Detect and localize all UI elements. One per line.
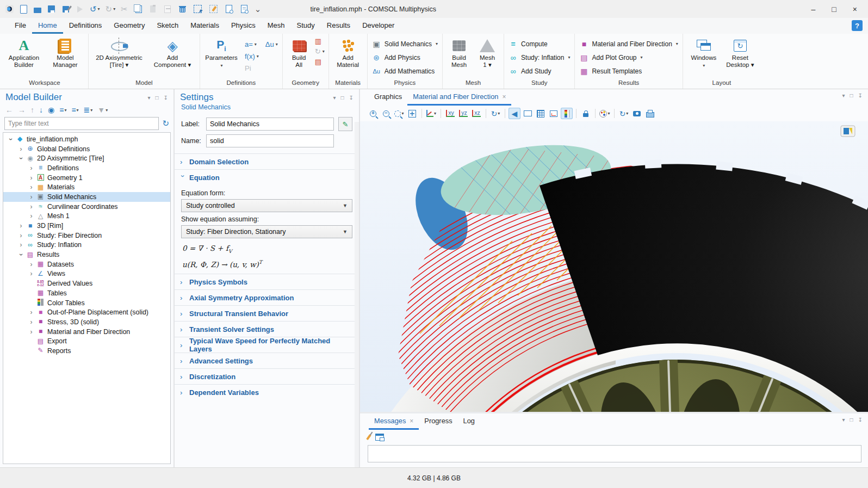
update-geometry-icon[interactable]: ↻▾ — [315, 48, 325, 55]
panel-menu-icon[interactable]: ▾ — [842, 92, 845, 98]
tree-item[interactable]: ✎Reports — [3, 346, 170, 356]
tree-expander-icon[interactable]: › — [27, 328, 35, 336]
nonlocal-couplings-button[interactable]: Δu▾ — [265, 39, 278, 50]
menu-tab-study[interactable]: Study — [291, 18, 321, 34]
go-to-view-icon[interactable]: ▾ — [425, 108, 437, 119]
panel-pin-icon[interactable]: ↧ — [349, 95, 354, 101]
zoom-in-icon[interactable]: + — [367, 108, 379, 119]
add-physics-button[interactable]: ⊛Add Physics — [372, 51, 438, 64]
select-box-icon[interactable] — [193, 4, 203, 14]
find-icon[interactable] — [224, 4, 234, 14]
equation-form-select[interactable]: Study controlled▼ — [181, 199, 352, 212]
tree-expander-icon[interactable]: › — [17, 222, 25, 230]
tree-item[interactable]: ›∞Study: Inflation — [3, 240, 170, 250]
tree-item[interactable]: Color Tables — [3, 298, 170, 308]
add-component-button[interactable]: ◈ AddComponent ▾ — [147, 35, 197, 69]
close-button[interactable]: × — [853, 5, 857, 14]
menu-tab-physics[interactable]: Physics — [225, 18, 262, 34]
tree-item[interactable]: ›∞Study: Fiber Direction — [3, 231, 170, 240]
zoom-box-icon[interactable]: ▾ — [393, 108, 405, 119]
tree-item[interactable]: ›△Mesh 1 — [3, 212, 170, 221]
mesh-1-button[interactable]: Mesh1 ▾ — [473, 35, 501, 69]
physics-interface-button[interactable]: ▣Solid Mechanics▾ — [372, 37, 438, 51]
collapse-all-icon[interactable]: ≡▾ — [71, 106, 78, 114]
close-icon[interactable]: × — [502, 93, 506, 101]
help-button[interactable]: ? — [852, 20, 863, 31]
panel-float-icon[interactable]: □ — [156, 95, 159, 101]
menu-tab-developer[interactable]: Developer — [356, 18, 400, 34]
section-equation[interactable]: › Equation — [175, 169, 359, 185]
panel-menu-icon[interactable]: ▾ — [148, 95, 151, 101]
move-down-icon[interactable]: ↓ — [39, 106, 43, 114]
add-plot-group-button[interactable]: ▤Add Plot Group▾ — [579, 51, 678, 64]
redo-icon[interactable]: ↻▾ — [106, 4, 116, 14]
color-legend-icon[interactable] — [561, 108, 573, 119]
refresh-icon[interactable]: ↻ — [162, 119, 169, 128]
name-field[interactable]: solid — [206, 134, 334, 147]
add-material-button[interactable]: AddMaterial — [331, 35, 365, 69]
tree-expander-icon[interactable]: › — [7, 135, 15, 143]
result-templates-button[interactable]: ▦Result Templates — [579, 64, 678, 78]
scene-light-icon[interactable]: ◀ — [509, 108, 520, 119]
forward-icon[interactable]: → — [18, 106, 26, 114]
tree-expander-icon[interactable]: › — [27, 183, 35, 191]
tab-log[interactable]: Log — [458, 413, 480, 430]
model-tree-node-text-icon[interactable]: ≣▾ — [84, 106, 93, 114]
tree-expander-icon[interactable]: › — [27, 212, 35, 220]
minimize-button[interactable]: – — [811, 5, 816, 14]
tree-item[interactable]: 8.85 e-12Derived Values — [3, 279, 170, 288]
open-messages-window-icon[interactable] — [375, 434, 384, 441]
add-study-button[interactable]: ∞Add Study — [509, 64, 570, 78]
expand-all-icon[interactable]: ≡▾ — [59, 106, 66, 114]
section-domain-selection[interactable]: ›Domain Selection — [175, 153, 359, 169]
view-yz-icon[interactable]: yz — [457, 108, 469, 119]
tree-item[interactable]: ›◉2D Axisymmetric [Tire] — [3, 153, 170, 163]
tree-item[interactable]: ›▦Materials — [3, 182, 170, 192]
save-as-icon[interactable] — [61, 5, 70, 14]
tree-item[interactable]: ›■Stress, 3D (solid) — [3, 317, 170, 327]
tree-expander-icon[interactable]: › — [27, 203, 35, 211]
panel-pin-icon[interactable]: ↧ — [858, 92, 863, 98]
rename-button[interactable]: ✎ — [338, 117, 352, 131]
image-snapshot-icon[interactable] — [631, 108, 643, 119]
reset-desktop-button[interactable]: ↻ ResetDesktop ▾ — [722, 35, 758, 69]
tree-item[interactable]: ›▦Datasets — [3, 260, 170, 269]
tab-material-and-fiber-direction[interactable]: Material and Fiber Direction× — [407, 89, 511, 106]
panel-float-icon[interactable]: □ — [850, 92, 853, 98]
tree-expander-icon[interactable]: › — [17, 145, 25, 153]
build-mesh-button[interactable]: BuildMesh — [445, 35, 473, 69]
panel-float-icon[interactable]: □ — [341, 95, 344, 101]
tree-expander-icon[interactable]: › — [27, 318, 35, 326]
build-all-geometry-button[interactable]: BuildAll — [285, 35, 313, 69]
comsol-logo-icon[interactable] — [5, 5, 14, 13]
duplicate-icon[interactable] — [163, 4, 172, 14]
tree-item[interactable]: ▤Export — [3, 336, 170, 346]
section-discretization[interactable]: ›Discretization — [175, 368, 359, 384]
new-file-icon[interactable] — [19, 5, 28, 14]
menu-tab-results[interactable]: Results — [321, 18, 356, 34]
section-transient-solver-settings[interactable]: ›Transient Solver Settings — [175, 321, 359, 337]
section-axial-symmetry-approximation[interactable]: ›Axial Symmetry Approximation — [175, 289, 359, 305]
show-grid-icon[interactable] — [535, 108, 547, 119]
view-xz-icon[interactable]: xz — [470, 108, 482, 119]
compute-button[interactable]: =Compute — [509, 37, 570, 51]
tree-expander-icon[interactable]: › — [17, 251, 25, 259]
model-manager-button[interactable]: ModelManager — [45, 35, 86, 69]
tab-graphics[interactable]: Graphics — [369, 89, 407, 106]
run-icon[interactable] — [76, 5, 84, 14]
find-settings-icon[interactable] — [239, 4, 249, 14]
label-field[interactable]: Solid Mechanics — [206, 118, 334, 131]
show-icon[interactable]: ◉ — [48, 106, 54, 114]
show-equation-select[interactable]: Study: Fiber Direction, Stationary▼ — [181, 225, 352, 238]
cut-icon[interactable]: ✂ — [121, 4, 128, 14]
zoom-extents-icon[interactable] — [406, 108, 418, 119]
tree-expander-icon[interactable]: › — [27, 193, 35, 201]
clear-messages-icon[interactable] — [366, 434, 371, 440]
section-typical-wave-speed-for-perfectly-matched-layers[interactable]: ›Typical Wave Speed for Perfectly Matche… — [175, 337, 359, 353]
tree-item[interactable]: ›▤Results — [3, 250, 170, 260]
clear-selection-icon[interactable] — [208, 4, 219, 14]
import-geometry-icon[interactable]: ▥ — [315, 38, 325, 45]
application-builder-button[interactable]: A ApplicationBuilder — [3, 35, 45, 69]
customize-toolbar-icon[interactable]: ⌄ — [255, 4, 262, 14]
move-up-icon[interactable]: ↑ — [30, 106, 34, 114]
